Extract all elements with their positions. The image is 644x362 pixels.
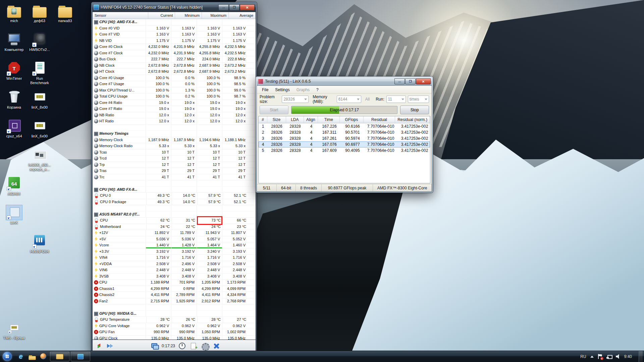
maximize-button[interactable] bbox=[229, 4, 239, 10]
column-header[interactable]: Align bbox=[304, 116, 318, 123]
report-button[interactable] bbox=[189, 342, 198, 350]
sensor-row[interactable]: Memory Clock Ratio5.33 x5.33 x5.33 x5.33… bbox=[93, 143, 256, 149]
column-header[interactable]: Time bbox=[318, 116, 340, 123]
close-button[interactable] bbox=[240, 4, 255, 10]
result-row[interactable]: 228326283284167.31190.57017.707064e-0103… bbox=[259, 129, 430, 135]
action-center-flag-icon[interactable]: x bbox=[598, 354, 602, 359]
remote-monitoring-button[interactable] bbox=[150, 342, 159, 350]
sensor-row[interactable]: CPU62 °C31 °C73 °C66 °C bbox=[93, 218, 256, 224]
desktop-icon-folderuser[interactable]: mich bbox=[1, 3, 27, 23]
taskbar-app-hwinfo[interactable] bbox=[71, 352, 90, 361]
column-header[interactable]: Residual bbox=[364, 116, 395, 123]
sensor-group-row[interactable]: Memory Timings bbox=[93, 131, 256, 137]
column-header-average[interactable]: Average bbox=[229, 12, 256, 19]
sensor-row[interactable]: Motherboard24 °C22 °C24 °C23 °C bbox=[93, 224, 256, 230]
expand-button[interactable] bbox=[106, 342, 115, 350]
column-header-current[interactable]: Current bbox=[148, 12, 175, 19]
sensor-row[interactable]: +12V11.892 V11.789 V11.943 V11.807 V bbox=[93, 230, 256, 236]
sensor-row[interactable]: 3VSB3.408 V3.408 V3.408 V3.408 V bbox=[93, 274, 256, 280]
memory-dropdown[interactable]: 6144 bbox=[337, 96, 361, 103]
minimize-button[interactable] bbox=[394, 78, 405, 84]
sensor-row[interactable]: Trp12 T12 T12 T12 T bbox=[93, 162, 256, 168]
desktop-icon-folder[interactable]: папка83 bbox=[52, 3, 78, 23]
maximize-button[interactable] bbox=[405, 78, 416, 84]
sensor-row[interactable]: Core #7 VID1.163 V1.163 V1.163 V1.163 V bbox=[93, 32, 256, 38]
sensor-row[interactable]: GPU Clock135.0 MHz135.0 MHz135.0 MHz135.… bbox=[93, 336, 256, 340]
run-dropdown[interactable]: 11 bbox=[386, 96, 406, 103]
sensor-row[interactable]: Core #0 Usage100.0 %0.0 %100.0 %98.9 % bbox=[93, 75, 256, 81]
desktop-icon-computer[interactable]: Компьютер bbox=[1, 32, 27, 52]
sensor-row[interactable]: Trcd12 T12 T12 T12 T bbox=[93, 156, 256, 162]
sensor-row[interactable]: Core #0 Clock4,232.0 MHz4,231.9 MHz4,255… bbox=[93, 44, 256, 50]
desktop-icon-folder[interactable]: деф63 bbox=[27, 3, 52, 23]
desktop-icon-dark[interactable]: HWBOTx2... bbox=[27, 32, 52, 52]
media-player-icon[interactable] bbox=[40, 353, 48, 361]
close-sensors-button[interactable] bbox=[212, 342, 221, 350]
sensor-row[interactable]: +3.3V3.192 V3.192 V3.240 V3.193 V bbox=[93, 249, 256, 255]
sensor-row[interactable]: Core #7 Ratio19.0 x19.0 x19.0 x19.0 x bbox=[93, 106, 256, 112]
sensor-row[interactable]: CPU1,188 RPM701 RPM1,205 RPM1,173 RPM bbox=[93, 280, 256, 286]
sensor-row[interactable]: Core #7 Usage100.0 %0.0 %100.0 %98.5 % bbox=[93, 81, 256, 87]
sensor-row[interactable]: Chassis14,299 RPM0 RPM4,299 RPM4,099 RPM bbox=[93, 286, 256, 292]
problem-size-dropdown[interactable]: 28326 bbox=[282, 96, 309, 103]
sensor-row[interactable]: Bus Clock222.7 MHz222.7 MHz224.0 MHz222.… bbox=[93, 56, 256, 63]
column-header-minimum[interactable]: Minimum bbox=[175, 12, 202, 19]
column-header-maximum[interactable]: Maximum bbox=[202, 12, 229, 19]
sensor-row[interactable]: Total CPU Usage100.0 %0.2 %100.0 %98.7 % bbox=[93, 94, 256, 100]
result-row[interactable]: 128326283284167.22690.61667.707064e-0103… bbox=[259, 123, 430, 129]
start-button[interactable]: Start bbox=[260, 106, 288, 114]
desktop-icon-file[interactable]: linX_6x00 bbox=[27, 119, 52, 138]
settings-gear-button[interactable] bbox=[201, 342, 209, 350]
result-row[interactable]: 528326283284167.60990.40957.707064e-0103… bbox=[259, 147, 430, 154]
sensor-row[interactable]: GPU Fan990 RPM990 RPM1,050 RPM1,002 RPM bbox=[93, 329, 256, 336]
column-header[interactable]: GFlops bbox=[340, 116, 364, 123]
result-row[interactable]: 428326283284167.07690.69777.707064e-0103… bbox=[259, 141, 430, 147]
sensor-row[interactable]: Core #4 Ratio19.0 x19.0 x19.0 x19.0 x bbox=[93, 100, 256, 106]
close-button[interactable] bbox=[416, 78, 431, 84]
minimize-button[interactable] bbox=[218, 4, 229, 10]
result-row[interactable]: 328326283284167.26190.59747.707064e-0103… bbox=[259, 135, 430, 141]
column-header[interactable]: Size bbox=[267, 116, 286, 123]
explorer-icon[interactable] bbox=[28, 353, 36, 361]
sensor-row[interactable]: Core #7 Clock4,232.0 MHz4,231.9 MHz4,255… bbox=[93, 50, 256, 57]
sensor-row[interactable]: HT Clock2,672.8 MHz2,672.8 MHz2,687.9 MH… bbox=[93, 69, 256, 75]
menu-help[interactable]: ? bbox=[313, 87, 322, 93]
sensor-row[interactable]: +VDDA2.508 V2.496 V2.508 V2.508 V bbox=[93, 261, 256, 267]
desktop-icon-recycle[interactable]: Корзина bbox=[1, 90, 27, 110]
desktop-icon-filesm[interactable]: TM5 - Ярлык bbox=[1, 320, 27, 340]
logging-clock-button[interactable] bbox=[178, 342, 186, 350]
column-header[interactable]: # bbox=[259, 116, 267, 123]
internet-explorer-icon[interactable]: e bbox=[17, 353, 25, 361]
sensor-row[interactable]: CPU 0 Package49.3 °C14.0 °C57.9 °C52.1 °… bbox=[93, 199, 256, 205]
sensor-row[interactable]: Trc41 T41 T41 T41 T bbox=[93, 174, 256, 181]
clock[interactable]: 9:40 bbox=[624, 354, 632, 359]
column-header-sensor[interactable]: Sensor bbox=[93, 12, 148, 19]
desktop-icon-cpuz[interactable]: cpuz_x64 bbox=[1, 119, 27, 138]
language-indicator[interactable]: RU bbox=[580, 354, 586, 359]
sensor-row[interactable]: Max CPU/Thread U...100.0 %1.3 %100.0 %99… bbox=[93, 87, 256, 94]
linx-titlebar[interactable]: Testing (5/11) - LinX 0.6.5 bbox=[257, 77, 432, 85]
desktop-icon-doc[interactable]: Run Benchmark bbox=[27, 61, 52, 85]
sensor-row[interactable]: NB Clock2,672.8 MHz2,672.8 MHz2,687.9 MH… bbox=[93, 63, 256, 69]
sensor-row[interactable]: HT Ratio12.0 x12.0 x12.0 x12.0 x bbox=[93, 118, 256, 125]
menu-graphs[interactable]: Graphs bbox=[293, 87, 313, 93]
sensor-row[interactable]: GPU Temperature28 °C26 °C28 °C27 °C bbox=[93, 317, 256, 323]
volume-icon[interactable] bbox=[616, 354, 620, 359]
show-hidden-icons-icon[interactable] bbox=[590, 354, 594, 358]
hwinfo-titlebar[interactable]: HWiNFO64 v5.12-2740 Sensor Status [74 va… bbox=[92, 3, 256, 12]
sensor-row[interactable]: VIN41.716 V1.716 V1.716 V1.716 V bbox=[93, 255, 256, 261]
times-dropdown[interactable]: times bbox=[408, 96, 429, 103]
sensor-row[interactable]: Memory Clock1,187.9 MHz1,187.9 MHz1,194.… bbox=[93, 137, 256, 143]
reset-values-button[interactable] bbox=[95, 342, 103, 350]
desktop-icon-image[interactable]: fx6300_450... хорошо_и... bbox=[27, 147, 52, 172]
desktop-icon-hwinfo[interactable]: HWiNFO64 bbox=[27, 234, 52, 254]
column-header[interactable]: LDA bbox=[286, 116, 304, 123]
desktop-icon-aida[interactable]: 64AIDA64 bbox=[1, 176, 27, 196]
taskbar-app-explorer[interactable] bbox=[50, 352, 69, 361]
menu-settings[interactable]: Settings bbox=[272, 87, 292, 93]
sensor-row[interactable]: NB Ratio12.0 x12.0 x12.0 x12.0 x bbox=[93, 112, 256, 119]
network-icon[interactable] bbox=[606, 354, 612, 359]
desktop-icon-wintimer[interactable]: TWinTimer bbox=[1, 61, 27, 81]
sensor-row[interactable]: GPU Core Voltage0.962 V0.962 V0.962 V0.9… bbox=[93, 323, 256, 329]
sensor-group-row[interactable]: GPU [#0]: NVIDIA G... bbox=[93, 311, 256, 317]
